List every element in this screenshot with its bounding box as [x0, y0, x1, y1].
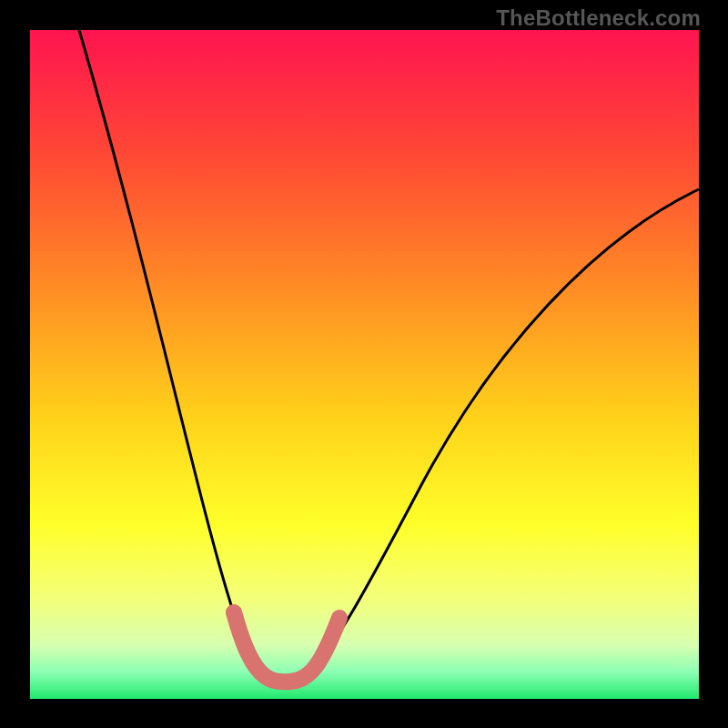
- watermark-text: TheBottleneck.com: [496, 5, 701, 31]
- optimum-highlight: [234, 612, 339, 682]
- chart-frame: TheBottleneck.com: [0, 0, 728, 728]
- bottleneck-curve: [79, 30, 699, 682]
- chart-svg: [30, 30, 699, 699]
